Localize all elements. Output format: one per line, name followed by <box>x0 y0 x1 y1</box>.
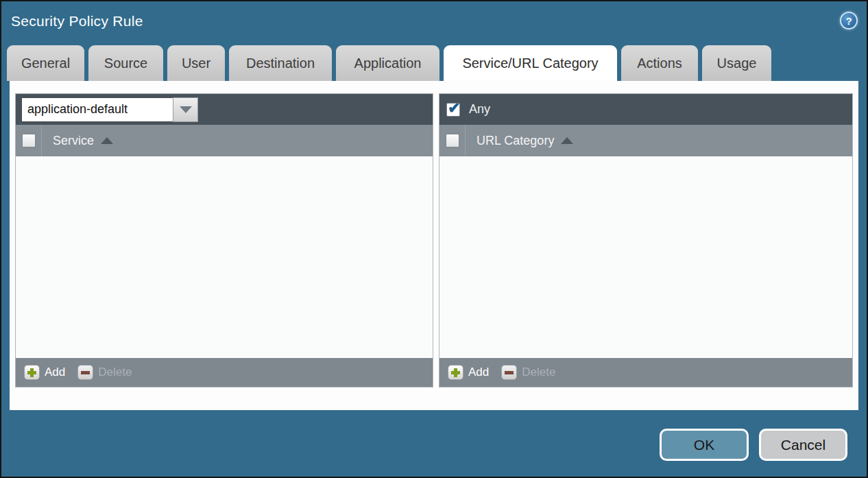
tab-destination[interactable]: Destination <box>229 45 332 81</box>
plus-icon <box>24 365 40 380</box>
service-column-header-row: Service <box>16 125 433 156</box>
dialog-title: Security Policy Rule <box>11 13 143 29</box>
url-category-delete-button[interactable]: Delete <box>501 365 555 380</box>
url-category-select-all-cell <box>439 125 466 156</box>
service-select-all-checkbox[interactable] <box>22 134 36 147</box>
tab-service-url-category[interactable]: Service/URL Category <box>444 45 617 81</box>
tab-actions[interactable]: Actions <box>621 45 698 81</box>
url-category-column-label: URL Category <box>477 134 554 148</box>
ok-button[interactable]: OK <box>660 429 749 461</box>
service-type-dropdown[interactable] <box>21 97 198 122</box>
tab-source[interactable]: Source <box>88 45 163 81</box>
service-footer: Add Delete <box>16 358 433 387</box>
dialog-body: Service Add Delete <box>10 81 858 410</box>
any-label: Any <box>469 102 490 117</box>
service-type-input[interactable] <box>21 97 173 122</box>
help-icon[interactable]: ? <box>840 12 858 29</box>
service-panel: Service Add Delete <box>15 93 433 387</box>
service-type-dropdown-button[interactable] <box>173 97 198 122</box>
delete-button-label: Delete <box>98 366 132 379</box>
url-category-column-header[interactable]: URL Category <box>466 134 573 148</box>
service-list <box>16 156 433 358</box>
url-category-column-header-row: URL Category <box>439 125 852 156</box>
add-button-label: Add <box>468 366 489 379</box>
url-category-list <box>439 156 852 358</box>
minus-icon <box>77 365 93 380</box>
url-category-select-all-checkbox[interactable] <box>446 134 459 147</box>
add-button-label: Add <box>45 366 65 379</box>
check-icon: ✔ <box>448 99 460 117</box>
plus-icon <box>448 365 463 380</box>
cancel-button[interactable]: Cancel <box>759 429 847 461</box>
service-toolbar <box>16 94 433 125</box>
service-delete-button[interactable]: Delete <box>77 365 132 380</box>
tab-bar: General Source User Destination Applicat… <box>7 45 771 81</box>
any-row: ✔ Any <box>445 102 490 117</box>
url-category-add-button[interactable]: Add <box>448 365 489 380</box>
sort-ascending-icon <box>561 137 573 144</box>
minus-icon <box>501 365 517 380</box>
delete-button-label: Delete <box>522 366 555 379</box>
tab-usage[interactable]: Usage <box>702 45 771 81</box>
tab-application[interactable]: Application <box>336 45 439 81</box>
tab-user[interactable]: User <box>167 45 225 81</box>
any-checkbox[interactable]: ✔ <box>446 103 460 117</box>
url-category-panel: ✔ Any URL Category Add <box>439 93 853 387</box>
service-select-all-cell <box>16 125 42 156</box>
sort-ascending-icon <box>101 137 113 144</box>
tab-general[interactable]: General <box>7 45 84 81</box>
service-column-label: Service <box>53 134 94 148</box>
security-policy-rule-dialog: Security Policy Rule ? General Source Us… <box>0 0 868 478</box>
url-category-footer: Add Delete <box>439 358 852 387</box>
service-column-header[interactable]: Service <box>42 134 113 148</box>
chevron-down-icon <box>180 106 192 113</box>
url-category-toolbar: ✔ Any <box>439 94 852 125</box>
service-add-button[interactable]: Add <box>24 365 65 380</box>
